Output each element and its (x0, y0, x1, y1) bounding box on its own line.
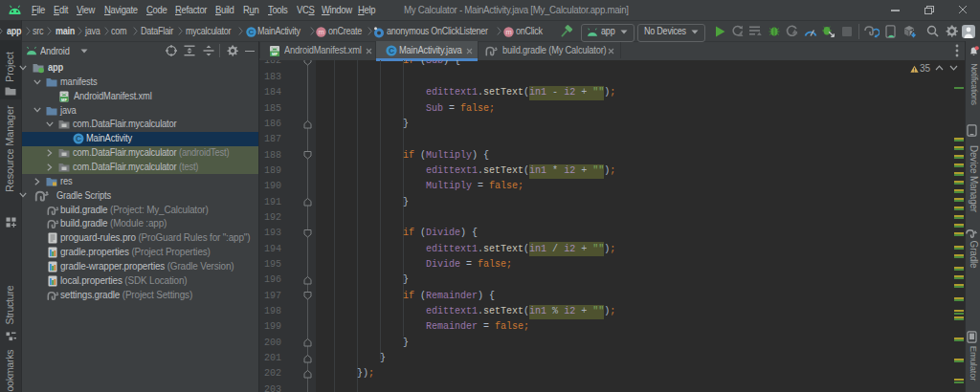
svg-text:m: m (318, 28, 323, 36)
svg-text:MF: MF (61, 97, 67, 101)
svg-text:MF: MF (272, 52, 278, 56)
svg-text:C: C (76, 134, 81, 143)
svg-text:m: m (505, 28, 511, 36)
svg-text:C: C (249, 28, 255, 36)
svg-text:C: C (389, 46, 394, 55)
